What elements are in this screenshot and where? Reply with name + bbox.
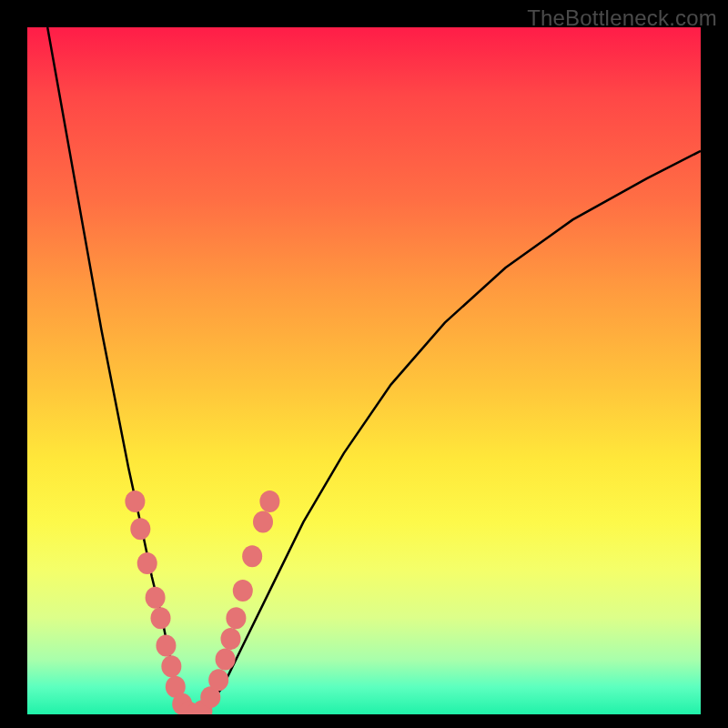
marker-point (156, 635, 176, 657)
watermark-text: TheBottleneck.com (527, 5, 717, 31)
plot-area (27, 27, 701, 714)
marker-point (216, 649, 236, 671)
marker-point (161, 655, 181, 677)
markers-layer (27, 27, 701, 714)
marker-point (137, 552, 157, 574)
marker-point (226, 607, 246, 629)
marker-point (220, 628, 240, 650)
marker-point (151, 607, 171, 629)
marker-point (242, 545, 262, 567)
marker-point (130, 518, 150, 540)
marker-point (146, 587, 166, 609)
marker-point (259, 490, 279, 512)
marker-point (208, 669, 228, 691)
marker-point (233, 580, 253, 602)
markers-group (125, 490, 279, 714)
chart-stage: TheBottleneck.com (0, 0, 728, 728)
marker-point (125, 490, 145, 512)
marker-point (253, 511, 273, 533)
